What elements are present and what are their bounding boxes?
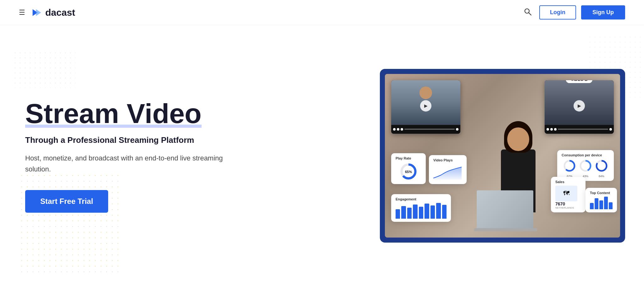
video-b-play-button[interactable]: ▶: [574, 100, 585, 111]
nav-right: Login Sign Up: [524, 5, 625, 20]
hero-left: Stream Video Through a Professional Stre…: [25, 98, 325, 212]
consumption-donuts: 62% 43%: [562, 159, 609, 178]
top-content-title: Top Content: [590, 191, 613, 195]
sales-map: 🗺: [555, 186, 577, 201]
preview-panel: VIDEO A ▶: [380, 69, 625, 243]
search-icon[interactable]: [524, 8, 532, 18]
video-card-b: VIDEO B ▶: [545, 80, 614, 134]
consumption-donut-3: [595, 159, 608, 173]
engagement-chart: [396, 203, 447, 219]
start-trial-button[interactable]: Start Free Trial: [25, 190, 108, 213]
play-rate-title: Play Rate: [396, 156, 421, 160]
video-a-play-button[interactable]: ▶: [420, 100, 431, 111]
stat-engagement-card: Engagement: [391, 194, 451, 222]
svg-text:65%: 65%: [405, 170, 412, 174]
logo-text: dacast: [45, 7, 75, 18]
logo-icon: [31, 7, 43, 18]
stat-top-content-card: Top Content: [586, 188, 617, 212]
menu-icon[interactable]: ☰: [19, 8, 25, 17]
stat-sales-card: Sales 🗺 7670 NETHERLANDS: [551, 177, 586, 212]
sales-value: 7670: [555, 201, 581, 206]
video-card-a: VIDEO A ▶: [391, 80, 460, 134]
svg-line-3: [529, 13, 531, 15]
signup-button[interactable]: Sign Up: [581, 5, 625, 20]
login-button[interactable]: Login: [539, 5, 576, 20]
svg-marker-1: [36, 9, 41, 16]
sales-title: Sales: [555, 180, 581, 184]
stat-consumption-card: Consumption per device 62%: [557, 150, 614, 181]
video-b-label: VIDEO B: [566, 80, 592, 83]
hero-section: Stream Video Through a Professional Stre…: [0, 25, 644, 286]
navbar: ☰ dacast Login Sign Up: [0, 0, 644, 25]
dots-decoration-top: [13, 50, 75, 88]
laptop-base: [474, 228, 537, 231]
preview-content: VIDEO A ▶: [385, 74, 620, 238]
video-b-controls: [545, 125, 614, 134]
stat-play-rate-card: Play Rate 65%: [391, 153, 426, 184]
consumption-title: Consumption per device: [562, 153, 609, 157]
consumption-donut-2: [579, 159, 592, 173]
video-plays-chart: [433, 164, 462, 180]
video-a-controls: [391, 125, 460, 134]
stat-video-plays-card: Video Plays: [429, 155, 467, 184]
nav-left: ☰ dacast: [19, 7, 75, 18]
hero-subtitle: Through a Professional Streaming Platfor…: [25, 135, 306, 145]
engagement-title: Engagement: [396, 197, 447, 201]
hero-right: VIDEO A ▶: [325, 69, 625, 243]
consumption-donut-1: [563, 159, 576, 173]
video-plays-title: Video Plays: [433, 158, 462, 162]
hero-description: Host, monetize, and broadcast with an en…: [25, 153, 226, 175]
sales-region: NETHERLANDS: [555, 206, 581, 209]
play-rate-donut: 65%: [399, 162, 418, 181]
top-content-chart: [590, 197, 613, 209]
hero-title-text: Stream Video: [25, 98, 202, 129]
hero-title: Stream Video: [25, 98, 306, 129]
logo[interactable]: dacast: [31, 7, 75, 18]
laptop-screen: [477, 190, 533, 228]
